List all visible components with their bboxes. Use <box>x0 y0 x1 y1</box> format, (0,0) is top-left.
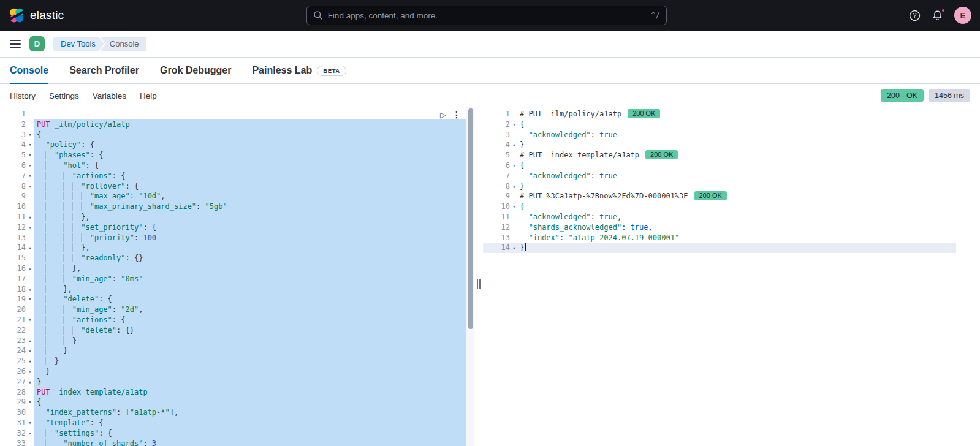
code-line[interactable]: 8▾ "rollover": { <box>0 181 466 192</box>
code-line[interactable]: 3 "acknowledged": true <box>483 130 956 140</box>
code-line[interactable]: 4▾ "policy": { <box>0 140 466 150</box>
fold-toggle-icon[interactable]: ▾ <box>26 397 34 407</box>
code-line[interactable]: 12▾ "set_priority": { <box>0 222 466 233</box>
menu-settings[interactable]: Settings <box>49 91 79 100</box>
code-line[interactable]: 15 "readonly": {} <box>0 253 466 263</box>
request-editor[interactable]: 12PUT _ilm/policy/a1atp3▾{4▾ "policy": {… <box>0 107 474 446</box>
code-token <box>37 305 72 314</box>
menu-hamburger-icon[interactable] <box>10 40 21 48</box>
fold-toggle-icon[interactable]: ▴ <box>510 181 518 192</box>
code-line[interactable]: 20 "min_age": "2d", <box>0 304 466 315</box>
code-token: _ilm/policy/a1atp <box>55 120 130 129</box>
fold-toggle-icon[interactable]: ▴ <box>26 356 34 366</box>
fold-toggle-icon[interactable]: ▴ <box>26 366 34 377</box>
code-line[interactable]: 14▴ }, <box>0 243 466 253</box>
code-line[interactable]: 25▴ } <box>0 356 466 366</box>
code-line[interactable]: 22 "delete": {} <box>0 325 466 336</box>
code-line[interactable]: 7▾ "actions": { <box>0 171 466 181</box>
code-line[interactable]: 9# PUT %3Ca1atp-%7Bnow%2Fd%7D-000001%3E2… <box>483 191 956 202</box>
code-line[interactable]: 23▴ } <box>0 336 466 346</box>
menu-history[interactable]: History <box>10 91 36 100</box>
fold-toggle-icon[interactable]: ▾ <box>26 161 34 171</box>
fold-toggle-icon[interactable]: ▾ <box>26 418 34 428</box>
code-line[interactable]: 26▴ } <box>0 366 466 377</box>
code-line[interactable]: 2PUT _ilm/policy/a1atp <box>0 119 466 130</box>
code-line[interactable]: 5▾ "phases": { <box>0 150 466 161</box>
code-line[interactable]: 13 "priority": 100 <box>0 233 466 243</box>
fold-toggle-icon[interactable]: ▾ <box>26 315 34 325</box>
scrollbar-thumb[interactable] <box>468 108 473 329</box>
fold-toggle-icon[interactable]: ▾ <box>26 294 34 304</box>
fold-toggle-icon[interactable]: ▴ <box>510 243 518 253</box>
fold-toggle-icon[interactable]: ▾ <box>510 119 518 130</box>
response-viewer[interactable]: 1# PUT _ilm/policy/a1atp200 OK2▾{3 "ackn… <box>483 107 980 446</box>
code-line[interactable]: 30 "index_patterns": ["a1atp-*"], <box>0 407 466 418</box>
code-line[interactable]: 11 "acknowledged": true, <box>483 212 956 222</box>
code-line[interactable]: 18▴ }, <box>0 284 466 295</box>
code-line[interactable]: 19▾ "delete": { <box>0 294 466 304</box>
fold-toggle-icon[interactable]: ▾ <box>26 181 34 192</box>
fold-toggle-icon[interactable]: ▴ <box>26 336 34 346</box>
tab-grok-debugger[interactable]: Grok Debugger <box>160 58 231 83</box>
code-line[interactable]: 11▴ }, <box>0 212 466 222</box>
code-line[interactable]: 31▾ "template": { <box>0 418 466 428</box>
code-line[interactable]: 10▾{ <box>483 202 956 212</box>
search-input[interactable] <box>328 11 647 20</box>
code-line[interactable]: 8▴} <box>483 181 956 192</box>
fold-toggle-icon[interactable]: ▾ <box>26 150 34 161</box>
code-line[interactable]: 33 "number_of_shards": 3 <box>0 439 466 446</box>
code-line[interactable]: 7 "acknowledged": true <box>483 171 956 181</box>
fold-toggle-icon[interactable]: ▾ <box>26 428 34 439</box>
code-line[interactable]: 29▾{ <box>0 397 466 407</box>
help-icon[interactable]: ? <box>909 10 921 21</box>
tab-console[interactable]: Console <box>10 58 48 83</box>
code-line[interactable]: 27▴} <box>0 377 466 387</box>
fold-toggle-icon[interactable]: ▴ <box>26 377 34 387</box>
tab-search-profiler[interactable]: Search Profiler <box>69 58 139 83</box>
code-line[interactable]: 13 "index": "a1atp-2024.07.19-000001" <box>483 233 956 243</box>
code-line[interactable]: 24▴ } <box>0 346 466 356</box>
code-line[interactable]: 3▾{ <box>0 130 466 140</box>
code-line[interactable]: 17 "min_age": "0ms" <box>0 274 466 284</box>
code-line[interactable]: 1 <box>0 109 466 119</box>
fold-toggle-icon[interactable]: ▾ <box>510 161 518 171</box>
fold-toggle-icon[interactable]: ▴ <box>510 140 518 150</box>
fold-toggle-icon[interactable]: ▴ <box>26 212 34 222</box>
code-line[interactable]: 4▴} <box>483 140 956 150</box>
code-line[interactable]: 6▾ "hot": { <box>0 161 466 171</box>
user-avatar[interactable]: E <box>954 7 971 24</box>
fold-toggle-icon[interactable]: ▾ <box>510 202 518 212</box>
code-line[interactable]: 16▴ }, <box>0 263 466 274</box>
fold-toggle-icon[interactable]: ▾ <box>26 140 34 150</box>
send-request-icon[interactable]: ▷ <box>440 110 446 119</box>
code-line[interactable]: 5# PUT _index_template/a1atp200 OK <box>483 150 956 161</box>
breadcrumb-console[interactable]: Console <box>100 37 146 51</box>
menu-variables[interactable]: Variables <box>93 91 126 100</box>
code-line[interactable]: 1# PUT _ilm/policy/a1atp200 OK <box>483 109 956 119</box>
code-line[interactable]: 28PUT _index_template/a1atp <box>0 387 466 398</box>
menu-help[interactable]: Help <box>140 91 157 100</box>
code-line[interactable]: 10 "max_primary_shard_size": "5gb" <box>0 202 466 212</box>
code-line[interactable]: 14▴} <box>483 243 956 253</box>
request-options-icon[interactable]: ⋮ <box>452 110 461 119</box>
notifications-icon[interactable] <box>932 10 943 21</box>
fold-toggle-icon[interactable]: ▾ <box>26 130 34 140</box>
fold-toggle-icon[interactable]: ▴ <box>26 346 34 356</box>
pane-resizer[interactable] <box>474 107 483 446</box>
code-line[interactable]: 6▾{ <box>483 161 956 171</box>
space-avatar[interactable]: D <box>29 36 45 51</box>
fold-toggle-icon[interactable]: ▴ <box>26 263 34 274</box>
fold-toggle-icon[interactable]: ▾ <box>26 171 34 181</box>
fold-toggle-icon[interactable]: ▴ <box>26 284 34 295</box>
tab-painless-lab[interactable]: Painless Lab BETA <box>252 58 346 83</box>
code-line[interactable]: 32▾ "settings": { <box>0 428 466 439</box>
code-line[interactable]: 12 "shards_acknowledged": true, <box>483 222 956 233</box>
fold-toggle-icon[interactable]: ▴ <box>26 243 34 253</box>
code-line[interactable]: 2▾{ <box>483 119 956 130</box>
code-line[interactable]: 21▾ "actions": { <box>0 315 466 325</box>
breadcrumb-dev-tools[interactable]: Dev Tools <box>53 37 104 51</box>
global-search[interactable]: ^/ <box>306 6 667 25</box>
code-line[interactable]: 9 "max_age": "10d", <box>0 191 466 202</box>
home-link[interactable]: elastic <box>9 7 64 23</box>
fold-toggle-icon[interactable]: ▾ <box>26 222 34 233</box>
